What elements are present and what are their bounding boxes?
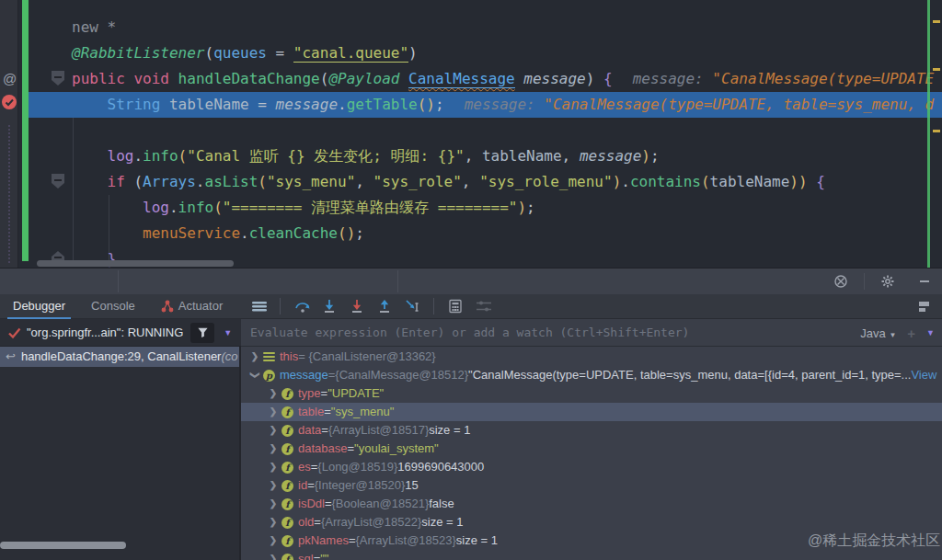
return-arrow-icon: ↩ xyxy=(6,347,16,367)
code-line[interactable]: log.info("======== 清理菜单路由缓存 ========"); xyxy=(0,195,942,221)
settings-gear-icon[interactable] xyxy=(880,274,895,289)
inline-debug-hint-label: message: xyxy=(633,70,713,87)
code-editor[interactable]: new *@RabbitListener(queues = "canal.que… xyxy=(0,0,942,269)
collapse-chevron-icon[interactable]: ❯ xyxy=(246,369,264,382)
variable-row[interactable]: ❯ftable = "sys_menu" xyxy=(241,403,942,421)
view-value-link[interactable]: View xyxy=(911,366,936,384)
code-line[interactable]: log.info("Canal 监听 {} 发生变化; 明细: {}", tab… xyxy=(0,143,942,169)
this-object-icon xyxy=(263,351,275,363)
variable-row[interactable]: ❯fdatabase = "youlai_system" xyxy=(241,440,942,458)
variable-row[interactable]: ❯fid = {Integer@18520} 15 xyxy=(241,476,942,495)
filter-threads-button[interactable] xyxy=(190,323,214,343)
variable-row[interactable]: ❯pmessage = {CanalMessage@18512} "CanalM… xyxy=(241,366,942,384)
tab-actuator[interactable]: Actuator xyxy=(148,294,236,319)
code-lines: new *@RabbitListener(queues = "canal.que… xyxy=(0,15,942,269)
code-line[interactable]: menuService.cleanCache(); xyxy=(0,221,942,246)
mute-renderers-icon[interactable] xyxy=(476,299,490,314)
expand-chevron-icon[interactable]: ❯ xyxy=(267,513,280,531)
error-stripe-mark[interactable] xyxy=(933,130,940,132)
variables-panel: ❯this = {CanalListener@13362}❯pmessage =… xyxy=(241,347,942,560)
variable-row[interactable]: ❯this = {CanalListener@13362} xyxy=(241,348,942,366)
expand-chevron-icon[interactable]: ❯ xyxy=(267,550,280,560)
variable-row[interactable]: ❯fisDdl = {Boolean@18521} false xyxy=(241,495,942,513)
variable-row[interactable]: ❯fdata = {ArrayList@18517} size = 1 xyxy=(241,421,942,440)
session-status-text: "org.springfr...ain": RUNNING xyxy=(27,326,183,339)
ide-debug-window: { "colors": { "execution_line": "#2d64a3… xyxy=(0,0,942,560)
expand-chevron-icon[interactable]: ❯ xyxy=(267,495,280,513)
field-icon: f xyxy=(281,517,293,529)
run-to-cursor-icon[interactable] xyxy=(405,299,419,314)
vcs-change-bar xyxy=(22,0,29,261)
frame-label: handleDataChange:29, CanalListener xyxy=(21,347,222,367)
code-line[interactable]: new * xyxy=(0,15,942,40)
expand-chevron-icon[interactable]: ❯ xyxy=(248,348,261,366)
toolbar-separator xyxy=(433,298,434,314)
field-icon: f xyxy=(281,554,293,560)
variable-row[interactable]: ❯fsql = "" xyxy=(241,550,942,560)
parameter-icon: p xyxy=(263,370,275,382)
expand-chevron-icon[interactable]: ❯ xyxy=(267,384,280,403)
execution-line[interactable]: String tableName = message.getTable();me… xyxy=(0,92,942,118)
debug-tab-bar: Debugger Console Actuator xyxy=(0,294,942,319)
expand-chevron-icon[interactable]: ❯ xyxy=(267,440,280,458)
evaluate-dropdown-caret[interactable]: ▼ xyxy=(926,328,935,337)
field-icon: f xyxy=(281,388,293,400)
tab-label: Console xyxy=(91,294,135,318)
toolbar-separator xyxy=(280,298,281,314)
error-stripe-mark[interactable] xyxy=(933,20,940,23)
step-into-icon[interactable] xyxy=(322,299,337,314)
field-icon: f xyxy=(281,535,293,547)
watermark-text: @稀土掘金技术社区 xyxy=(808,531,940,551)
scrollbar-change-stripe xyxy=(927,0,930,269)
field-icon: f xyxy=(281,443,293,455)
language-selector[interactable]: Java ▼ xyxy=(860,326,896,340)
inline-debug-hint-label: message: xyxy=(465,96,545,113)
restore-layout-icon[interactable] xyxy=(915,299,930,314)
tab-debugger[interactable]: Debugger xyxy=(0,294,78,319)
tab-console[interactable]: Console xyxy=(78,294,148,319)
frames-panel: ↩handleDataChange:29, CanalListener (co xyxy=(0,347,239,560)
field-icon: f xyxy=(281,498,293,510)
field-icon: f xyxy=(281,425,293,437)
threads-view-icon[interactable] xyxy=(251,299,266,314)
field-icon: f xyxy=(281,406,293,418)
tab-label: Debugger xyxy=(13,294,65,318)
expand-chevron-icon[interactable]: ❯ xyxy=(267,458,280,476)
tab-label: Actuator xyxy=(178,294,223,318)
field-icon: f xyxy=(281,462,293,474)
code-line[interactable] xyxy=(0,118,942,143)
variable-row[interactable]: ❯fold = {ArrayList@18522} size = 1 xyxy=(241,513,942,531)
error-stripe-mark[interactable] xyxy=(933,68,940,71)
hide-icon[interactable] xyxy=(917,274,932,289)
target-icon[interactable] xyxy=(833,274,848,289)
variable-row[interactable]: ❯fes = {Long@18519} 1699690643000 xyxy=(241,458,942,476)
code-line[interactable]: if (Arrays.asList("sys_menu", "sys_role"… xyxy=(0,169,942,195)
editor-horizontal-scrollbar[interactable] xyxy=(37,260,234,267)
expand-chevron-icon[interactable]: ❯ xyxy=(267,531,280,550)
evaluate-expression-bar[interactable]: Evaluate expression (Enter) or add a wat… xyxy=(241,319,942,347)
frames-horizontal-scrollbar[interactable] xyxy=(0,542,126,549)
inline-debug-hint-value: "CanalMessage(type=UPDATE xyxy=(712,70,934,87)
actuator-icon xyxy=(161,300,174,313)
force-step-into-icon[interactable] xyxy=(350,299,364,314)
code-line[interactable]: public void handleDataChange(@Payload Ca… xyxy=(0,66,942,92)
variable-row[interactable]: ❯ftype = "UPDATE" xyxy=(241,384,942,403)
stack-frame-row[interactable]: ↩handleDataChange:29, CanalListener (co xyxy=(0,347,239,367)
session-check-icon xyxy=(7,326,21,339)
expand-chevron-icon[interactable]: ❯ xyxy=(267,476,280,495)
frame-location: (co xyxy=(221,347,237,367)
add-watch-icon[interactable]: + xyxy=(907,326,915,341)
inline-debug-hint-value: "CanalMessage(type=UPDATE, table=sys_men… xyxy=(544,96,934,113)
session-dropdown-caret[interactable]: ▼ xyxy=(224,328,232,337)
step-over-icon[interactable] xyxy=(294,299,309,314)
evaluate-expression-input[interactable]: Evaluate expression (Enter) or add a wat… xyxy=(250,326,821,339)
step-out-icon[interactable] xyxy=(377,299,392,314)
evaluate-expression-icon[interactable] xyxy=(448,299,463,314)
debug-toolwindow-header xyxy=(0,269,942,294)
debug-session-status: "org.springfr...ain": RUNNING ▼ xyxy=(0,319,241,347)
code-line[interactable]: @RabbitListener(queues = "canal.queue") xyxy=(0,40,942,66)
expand-chevron-icon[interactable]: ❯ xyxy=(267,403,280,421)
expand-chevron-icon[interactable]: ❯ xyxy=(267,421,280,440)
field-icon: f xyxy=(281,480,293,492)
